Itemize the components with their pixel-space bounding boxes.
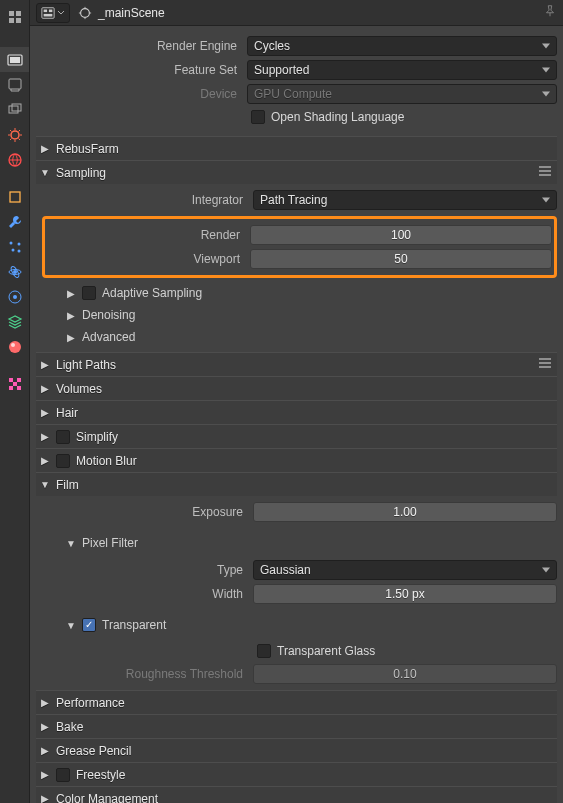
subpanel-denoising[interactable]: ▶ Denoising [42, 304, 557, 326]
scene-breadcrumb[interactable]: _mainScene [78, 6, 165, 20]
roughness-threshold-label: Roughness Threshold [42, 667, 247, 681]
svg-rect-22 [9, 386, 13, 390]
subpanel-adaptive-sampling[interactable]: ▶ Adaptive Sampling [42, 282, 557, 304]
panel-sampling[interactable]: ▼ Sampling [36, 160, 557, 184]
feature-set-select[interactable]: Supported [247, 60, 557, 80]
panel-color-management[interactable]: ▶ Color Management [36, 786, 557, 803]
integrator-label: Integrator [42, 193, 247, 207]
svg-rect-23 [17, 386, 21, 390]
chevron-right-icon: ▶ [40, 793, 50, 803]
exposure-label: Exposure [42, 505, 247, 519]
chevron-right-icon: ▶ [40, 431, 50, 442]
panel-greasepencil[interactable]: ▶ Grease Pencil [36, 738, 557, 762]
panel-performance[interactable]: ▶ Performance [36, 690, 557, 714]
filter-type-select[interactable]: Gaussian [253, 560, 557, 580]
tab-world[interactable] [0, 147, 29, 172]
tab-physics[interactable] [0, 259, 29, 284]
subpanel-pixel-filter[interactable]: ▼ Pixel Filter [42, 532, 557, 554]
chevron-right-icon: ▶ [40, 745, 50, 756]
panel-freestyle[interactable]: ▶ Freestyle [36, 762, 557, 786]
panel-rebusfarm[interactable]: ▶ RebusFarm [36, 136, 557, 160]
svg-point-11 [17, 249, 20, 252]
svg-rect-19 [9, 378, 13, 382]
svg-rect-1 [10, 57, 20, 63]
editor-type-selector[interactable] [36, 3, 70, 23]
tab-viewlayer[interactable] [0, 97, 29, 122]
samples-viewport-field[interactable]: 50 [250, 249, 552, 269]
roughness-threshold-field[interactable]: 0.10 [253, 664, 557, 684]
svg-point-10 [11, 248, 14, 251]
tab-spacer [0, 29, 29, 47]
render-engine-select[interactable]: Cycles [247, 36, 557, 56]
svg-rect-20 [17, 378, 21, 382]
panel-lightpaths[interactable]: ▶ Light Paths [36, 352, 557, 376]
svg-point-18 [11, 343, 15, 347]
adaptive-sampling-checkbox[interactable] [82, 286, 96, 300]
tab-particle[interactable] [0, 234, 29, 259]
subpanel-transparent[interactable]: ▼ Transparent [42, 614, 557, 636]
svg-rect-2 [9, 79, 21, 89]
transparent-glass-label: Transparent Glass [277, 644, 375, 658]
preset-menu-icon[interactable] [537, 163, 553, 182]
svg-point-16 [13, 295, 17, 299]
scene-name: _mainScene [98, 6, 165, 20]
svg-point-28 [81, 8, 90, 17]
chevron-right-icon: ▶ [40, 721, 50, 732]
tab-spacer2 [0, 172, 29, 184]
preset-menu-icon[interactable] [537, 355, 553, 374]
chevron-right-icon: ▶ [40, 697, 50, 708]
freestyle-checkbox[interactable] [56, 768, 70, 782]
chevron-right-icon: ▶ [40, 143, 50, 154]
chevron-down-icon: ▼ [40, 167, 50, 178]
exposure-field[interactable]: 1.00 [253, 502, 557, 522]
tab-tool[interactable] [0, 4, 29, 29]
filter-type-label: Type [42, 563, 247, 577]
panel-motionblur[interactable]: ▶ Motion Blur [36, 448, 557, 472]
transparent-glass-checkbox[interactable] [257, 644, 271, 658]
panel-volumes[interactable]: ▶ Volumes [36, 376, 557, 400]
panel-hair[interactable]: ▶ Hair [36, 400, 557, 424]
svg-rect-7 [10, 192, 20, 202]
panel-film[interactable]: ▼ Film [36, 472, 557, 496]
svg-rect-26 [49, 9, 53, 12]
svg-point-12 [13, 270, 17, 274]
tab-constraint[interactable] [0, 284, 29, 309]
filter-width-label: Width [42, 587, 247, 601]
integrator-select[interactable]: Path Tracing [253, 190, 557, 210]
chevron-right-icon: ▶ [40, 769, 50, 780]
transparent-checkbox[interactable] [82, 618, 96, 632]
svg-point-8 [9, 241, 12, 244]
svg-rect-21 [13, 382, 17, 386]
svg-point-9 [17, 242, 20, 245]
samples-render-label: Render [47, 228, 244, 242]
feature-set-label: Feature Set [36, 63, 241, 77]
samples-render-field[interactable]: 100 [250, 225, 552, 245]
osl-checkbox[interactable] [251, 110, 265, 124]
pin-icon[interactable] [543, 4, 557, 21]
svg-rect-27 [44, 13, 53, 16]
tab-modifier[interactable] [0, 209, 29, 234]
simplify-checkbox[interactable] [56, 430, 70, 444]
tab-object[interactable] [0, 184, 29, 209]
chevron-right-icon: ▶ [40, 455, 50, 466]
tab-texture[interactable] [0, 371, 29, 396]
subpanel-advanced[interactable]: ▶ Advanced [42, 326, 557, 348]
motionblur-checkbox[interactable] [56, 454, 70, 468]
tab-render[interactable] [0, 47, 29, 72]
panel-bake[interactable]: ▶ Bake [36, 714, 557, 738]
chevron-right-icon: ▶ [66, 310, 76, 321]
tab-material[interactable] [0, 334, 29, 359]
tab-scene[interactable] [0, 122, 29, 147]
chevron-right-icon: ▶ [40, 407, 50, 418]
panel-simplify[interactable]: ▶ Simplify [36, 424, 557, 448]
tab-output[interactable] [0, 72, 29, 97]
device-select[interactable]: GPU Compute [247, 84, 557, 104]
osl-label: Open Shading Language [271, 110, 404, 124]
highlight-box: Render 100 Viewport 50 [42, 216, 557, 278]
chevron-right-icon: ▶ [40, 359, 50, 370]
svg-point-17 [9, 341, 21, 353]
chevron-down-icon: ▼ [40, 479, 50, 490]
filter-width-field[interactable]: 1.50 px [253, 584, 557, 604]
tab-data[interactable] [0, 309, 29, 334]
chevron-right-icon: ▶ [40, 383, 50, 394]
